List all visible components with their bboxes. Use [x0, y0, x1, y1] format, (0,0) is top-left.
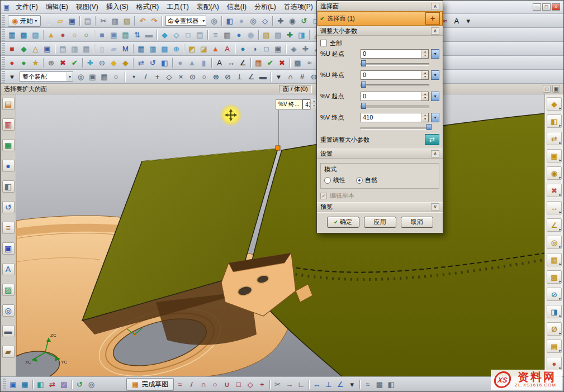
ok-button[interactable]: ✔ 确定 — [327, 217, 359, 228]
scale-icon[interactable]: ▲ — [45, 29, 57, 41]
sketch-props-icon[interactable]: ▨ — [58, 379, 70, 390]
cols-blue-icon[interactable]: ▥ — [147, 43, 159, 55]
settings-section-header[interactable]: 设置 ∧ — [317, 149, 443, 159]
menu-assemblies[interactable]: 装配(A) — [193, 1, 223, 13]
collapse-chevron-icon[interactable]: ∧ — [431, 150, 439, 157]
blue-box-icon[interactable]: ▣ — [41, 43, 53, 55]
list-icon[interactable]: ≡ — [210, 29, 221, 41]
system-menu-icon[interactable]: ▣ — [3, 3, 10, 11]
diamond-gray-icon[interactable]: ◈ — [288, 43, 300, 55]
slider-thumb[interactable] — [361, 60, 366, 66]
u-end-input[interactable] — [361, 71, 428, 79]
reset-resize-button[interactable]: ⇄ — [425, 134, 439, 145]
wave-icon[interactable]: ≈ — [304, 57, 315, 69]
ring-icon[interactable]: ◉ — [245, 29, 257, 41]
snap-perpendicular-icon[interactable]: ⊥ — [234, 71, 245, 83]
update-icon[interactable]: ↺ — [74, 379, 86, 390]
circle-green-icon[interactable]: ○ — [80, 29, 92, 41]
graphics-viewport[interactable]: ZC XC YC %V 终… 41 ▴▾ — [16, 94, 546, 377]
sketch-arc-icon[interactable]: ∩ — [197, 379, 209, 390]
columns-icon[interactable]: ▥ — [221, 29, 233, 41]
scene-icon[interactable]: ▨ — [2, 284, 15, 296]
save-icon[interactable]: ▣ — [66, 15, 78, 27]
pocket-icon[interactable]: ▦ — [120, 29, 131, 41]
select-face-row[interactable]: ✔ 选择面 (1) + — [317, 11, 443, 26]
menu-tools[interactable]: 工具(T) — [163, 1, 192, 13]
history-icon[interactable]: ↺ — [2, 201, 15, 213]
sketch-circle-icon[interactable]: ○ — [209, 379, 221, 390]
snap-existing-icon[interactable]: ⊕ — [210, 71, 222, 83]
translate-icon[interactable]: ⇄ — [135, 57, 147, 69]
square-fill-icon[interactable]: ▣ — [272, 43, 284, 55]
radial-dim-icon[interactable]: ◎▸ — [547, 236, 562, 249]
offset-region-icon[interactable]: ⇄▸ — [547, 132, 562, 145]
spinner-icon[interactable]: ▴▾ — [421, 71, 428, 79]
resize-blend-icon[interactable]: ◉▸ — [547, 166, 562, 180]
print-icon[interactable]: ▤ — [82, 15, 93, 27]
square-outline-icon[interactable]: □ — [260, 43, 272, 55]
plus-gray-icon[interactable]: ✚ — [300, 43, 311, 55]
reattach-icon[interactable]: ⇄ — [46, 379, 58, 390]
parameter-input[interactable]: ▴▾ — [361, 92, 429, 101]
dot-red-icon[interactable]: ● — [6, 57, 18, 69]
make-corner-icon[interactable]: ∟ — [295, 379, 307, 390]
touch-panel-icon[interactable]: ▰ — [2, 346, 15, 358]
dot-blue2-icon[interactable]: ● — [237, 43, 249, 55]
v-start-input[interactable] — [361, 92, 428, 101]
command-finder-input[interactable] — [166, 17, 201, 24]
reuse-library-icon[interactable]: ● — [2, 160, 15, 172]
replace-face-icon[interactable]: ▣▸ — [547, 149, 562, 162]
letter-a-icon[interactable]: A — [214, 57, 225, 69]
cue-dock-icon[interactable]: □ — [543, 85, 551, 93]
menu-view[interactable]: 视图(V) — [72, 1, 102, 13]
expand-chevron-icon[interactable]: ∨ — [431, 203, 439, 211]
type-filter-icon[interactable]: ▾ — [6, 71, 18, 83]
collapse-chevron-icon[interactable]: ∧ — [431, 3, 439, 10]
grid-tool-icon[interactable]: ▦ — [19, 379, 31, 390]
snap-face-icon[interactable]: ▬ — [257, 71, 269, 83]
text-icon[interactable]: A — [451, 15, 462, 27]
browser-icon[interactable]: ◎ — [2, 304, 15, 317]
parameter-slider[interactable] — [361, 123, 438, 131]
dim-linear-icon[interactable]: ↔ — [225, 57, 237, 69]
zoom-icon[interactable]: ◉ — [286, 15, 298, 27]
mesh-blue-icon[interactable]: ▩ — [159, 43, 170, 55]
copy-icon[interactable]: ▥ — [109, 15, 121, 27]
undo-icon[interactable]: ↶ — [136, 15, 148, 27]
orient-sketch-icon[interactable]: ◧ — [35, 379, 46, 390]
roles-icon[interactable]: A — [2, 263, 15, 275]
toolbar-grip[interactable] — [2, 71, 5, 83]
all-checkbox-row[interactable]: 全部 — [320, 38, 439, 48]
cad-model-canvas[interactable]: ZC XC YC — [16, 94, 546, 377]
material-icon[interactable]: M — [120, 43, 131, 55]
half-blue-icon[interactable]: ◑ — [249, 43, 260, 55]
snapshot-icon[interactable]: ●▸ — [547, 357, 562, 370]
plus-cyan-icon[interactable]: ✚ — [84, 57, 96, 69]
circle-yellow-icon[interactable]: ○ — [69, 29, 80, 41]
gold-diamond-icon[interactable]: ◆ — [108, 57, 120, 69]
select-face-section-header[interactable]: 选择面 ∧ — [317, 1, 443, 11]
snap-midpoint-icon[interactable]: + — [151, 71, 163, 83]
sheet-grid-icon[interactable]: ▦ — [6, 29, 18, 41]
display-toggle-icon[interactable]: ◎ — [86, 379, 97, 390]
v-end-input[interactable] — [361, 113, 428, 122]
snap-control-icon[interactable]: ◇ — [163, 71, 175, 83]
target-icon[interactable]: ⊕ — [45, 57, 57, 69]
quad-color-icon[interactable]: ▦ — [253, 57, 264, 69]
anchor-icon[interactable]: ⊙ — [96, 57, 108, 69]
menu-insert[interactable]: 插入(S) — [102, 1, 132, 13]
accept-icon[interactable]: ✔ — [264, 57, 276, 69]
shade-panel-icon[interactable]: ▬ — [2, 325, 15, 337]
grid-blue-icon[interactable]: ▦ — [135, 43, 147, 55]
resize-params-section-header[interactable]: 调整大小参数 ∧ — [317, 26, 443, 36]
sketch-line-icon[interactable]: / — [186, 379, 197, 390]
gold-diamond2-icon[interactable]: ◆ — [120, 57, 131, 69]
group-face-icon[interactable]: ▩▸ — [547, 270, 562, 284]
swap-icon[interactable]: ⇅ — [131, 29, 143, 41]
shaded-view-icon[interactable]: ● — [235, 15, 247, 27]
menu-preferences[interactable]: 首选项(P) — [280, 1, 317, 13]
snap-quadrant-icon[interactable]: ○ — [198, 71, 210, 83]
dot-blue-icon[interactable]: ● — [233, 29, 245, 41]
menu-information[interactable]: 信息(I) — [223, 1, 250, 13]
surface-net-icon[interactable]: ▩ — [18, 29, 30, 41]
